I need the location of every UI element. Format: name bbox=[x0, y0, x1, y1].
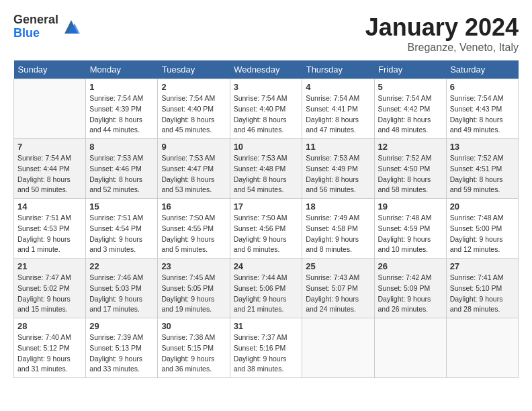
calendar-cell: 17Sunrise: 7:50 AM Sunset: 4:56 PM Dayli… bbox=[230, 199, 302, 259]
day-number: 31 bbox=[234, 321, 299, 331]
title-block: January 2024 Breganze, Veneto, Italy bbox=[365, 13, 519, 54]
week-row-5: 28Sunrise: 7:40 AM Sunset: 5:12 PM Dayli… bbox=[14, 318, 519, 378]
calendar-cell: 28Sunrise: 7:40 AM Sunset: 5:12 PM Dayli… bbox=[14, 318, 86, 378]
calendar-cell: 3Sunrise: 7:54 AM Sunset: 4:40 PM Daylig… bbox=[230, 79, 302, 139]
calendar-cell: 23Sunrise: 7:45 AM Sunset: 5:05 PM Dayli… bbox=[158, 259, 230, 318]
day-number: 12 bbox=[378, 142, 443, 152]
day-number: 9 bbox=[161, 142, 226, 152]
calendar-cell: 5Sunrise: 7:54 AM Sunset: 4:42 PM Daylig… bbox=[374, 79, 446, 139]
calendar-cell: 27Sunrise: 7:41 AM Sunset: 5:10 PM Dayli… bbox=[446, 259, 518, 318]
calendar-cell: 1Sunrise: 7:54 AM Sunset: 4:39 PM Daylig… bbox=[86, 79, 158, 139]
day-info: Sunrise: 7:43 AM Sunset: 5:07 PM Dayligh… bbox=[306, 273, 370, 315]
day-number: 25 bbox=[306, 261, 370, 271]
day-info: Sunrise: 7:51 AM Sunset: 4:54 PM Dayligh… bbox=[89, 213, 154, 255]
calendar-cell: 20Sunrise: 7:48 AM Sunset: 5:00 PM Dayli… bbox=[446, 199, 518, 259]
day-number: 27 bbox=[450, 261, 515, 271]
column-header-monday: Monday bbox=[86, 60, 158, 79]
calendar-cell: 12Sunrise: 7:52 AM Sunset: 4:50 PM Dayli… bbox=[374, 139, 446, 199]
page-header: General Blue January 2024 Breganze, Vene… bbox=[13, 13, 519, 54]
column-header-friday: Friday bbox=[374, 60, 446, 79]
day-info: Sunrise: 7:42 AM Sunset: 5:09 PM Dayligh… bbox=[378, 273, 443, 315]
day-number: 22 bbox=[89, 261, 154, 271]
calendar-cell: 11Sunrise: 7:53 AM Sunset: 4:49 PM Dayli… bbox=[302, 139, 374, 199]
day-info: Sunrise: 7:54 AM Sunset: 4:41 PM Dayligh… bbox=[306, 93, 370, 136]
calendar-cell bbox=[446, 318, 518, 378]
day-number: 23 bbox=[161, 261, 226, 271]
calendar-cell: 7Sunrise: 7:54 AM Sunset: 4:44 PM Daylig… bbox=[14, 139, 86, 199]
day-info: Sunrise: 7:54 AM Sunset: 4:42 PM Dayligh… bbox=[378, 93, 443, 136]
column-header-tuesday: Tuesday bbox=[158, 60, 230, 79]
day-number: 16 bbox=[161, 201, 226, 212]
calendar-cell: 6Sunrise: 7:54 AM Sunset: 4:43 PM Daylig… bbox=[446, 79, 518, 139]
column-header-sunday: Sunday bbox=[14, 60, 86, 79]
day-number: 20 bbox=[450, 201, 515, 212]
calendar-cell: 21Sunrise: 7:47 AM Sunset: 5:02 PM Dayli… bbox=[14, 259, 86, 318]
day-info: Sunrise: 7:48 AM Sunset: 5:00 PM Dayligh… bbox=[450, 213, 515, 255]
day-number: 2 bbox=[161, 82, 226, 92]
day-number: 19 bbox=[378, 201, 443, 212]
logo: General Blue bbox=[13, 13, 81, 40]
day-info: Sunrise: 7:48 AM Sunset: 4:59 PM Dayligh… bbox=[378, 213, 443, 255]
column-header-thursday: Thursday bbox=[302, 60, 374, 79]
day-info: Sunrise: 7:52 AM Sunset: 4:51 PM Dayligh… bbox=[450, 153, 515, 195]
day-number: 15 bbox=[89, 201, 154, 212]
day-info: Sunrise: 7:52 AM Sunset: 4:50 PM Dayligh… bbox=[378, 153, 443, 195]
week-row-3: 14Sunrise: 7:51 AM Sunset: 4:53 PM Dayli… bbox=[14, 199, 519, 259]
day-number: 14 bbox=[17, 201, 82, 212]
calendar-cell: 13Sunrise: 7:52 AM Sunset: 4:51 PM Dayli… bbox=[446, 139, 518, 199]
day-number: 30 bbox=[161, 321, 226, 331]
calendar-cell: 18Sunrise: 7:49 AM Sunset: 4:58 PM Dayli… bbox=[302, 199, 374, 259]
day-number: 26 bbox=[378, 261, 443, 271]
day-info: Sunrise: 7:50 AM Sunset: 4:55 PM Dayligh… bbox=[161, 213, 226, 255]
day-info: Sunrise: 7:54 AM Sunset: 4:40 PM Dayligh… bbox=[234, 93, 299, 136]
logo-blue-text: Blue bbox=[13, 27, 58, 40]
header-row: SundayMondayTuesdayWednesdayThursdayFrid… bbox=[14, 60, 519, 79]
day-number: 18 bbox=[306, 201, 370, 212]
day-number: 1 bbox=[89, 82, 154, 92]
day-info: Sunrise: 7:54 AM Sunset: 4:40 PM Dayligh… bbox=[161, 93, 226, 136]
calendar-cell bbox=[302, 318, 374, 378]
calendar-cell: 9Sunrise: 7:53 AM Sunset: 4:47 PM Daylig… bbox=[158, 139, 230, 199]
day-number: 7 bbox=[17, 142, 82, 152]
day-info: Sunrise: 7:47 AM Sunset: 5:02 PM Dayligh… bbox=[17, 273, 82, 315]
day-number: 17 bbox=[234, 201, 299, 212]
calendar-cell: 2Sunrise: 7:54 AM Sunset: 4:40 PM Daylig… bbox=[158, 79, 230, 139]
calendar-cell: 15Sunrise: 7:51 AM Sunset: 4:54 PM Dayli… bbox=[86, 199, 158, 259]
calendar-cell: 25Sunrise: 7:43 AM Sunset: 5:07 PM Dayli… bbox=[302, 259, 374, 318]
week-row-4: 21Sunrise: 7:47 AM Sunset: 5:02 PM Dayli… bbox=[14, 259, 519, 318]
week-row-1: 1Sunrise: 7:54 AM Sunset: 4:39 PM Daylig… bbox=[14, 79, 519, 139]
day-number: 11 bbox=[306, 142, 370, 152]
day-info: Sunrise: 7:51 AM Sunset: 4:53 PM Dayligh… bbox=[17, 213, 82, 255]
month-year: January 2024 bbox=[365, 13, 519, 42]
day-info: Sunrise: 7:53 AM Sunset: 4:47 PM Dayligh… bbox=[161, 153, 226, 195]
calendar-table: SundayMondayTuesdayWednesdayThursdayFrid… bbox=[13, 60, 519, 378]
day-number: 29 bbox=[89, 321, 154, 331]
day-number: 24 bbox=[234, 261, 299, 271]
day-info: Sunrise: 7:53 AM Sunset: 4:46 PM Dayligh… bbox=[89, 153, 154, 195]
day-info: Sunrise: 7:46 AM Sunset: 5:03 PM Dayligh… bbox=[89, 273, 154, 315]
day-info: Sunrise: 7:41 AM Sunset: 5:10 PM Dayligh… bbox=[450, 273, 515, 315]
calendar-cell: 30Sunrise: 7:38 AM Sunset: 5:15 PM Dayli… bbox=[158, 318, 230, 378]
column-header-saturday: Saturday bbox=[446, 60, 518, 79]
day-info: Sunrise: 7:54 AM Sunset: 4:44 PM Dayligh… bbox=[17, 153, 82, 195]
day-info: Sunrise: 7:50 AM Sunset: 4:56 PM Dayligh… bbox=[234, 213, 299, 255]
day-info: Sunrise: 7:53 AM Sunset: 4:49 PM Dayligh… bbox=[306, 153, 370, 195]
day-number: 5 bbox=[378, 82, 443, 92]
calendar-cell: 19Sunrise: 7:48 AM Sunset: 4:59 PM Dayli… bbox=[374, 199, 446, 259]
day-info: Sunrise: 7:44 AM Sunset: 5:06 PM Dayligh… bbox=[234, 273, 299, 315]
day-info: Sunrise: 7:38 AM Sunset: 5:15 PM Dayligh… bbox=[161, 332, 226, 375]
column-header-wednesday: Wednesday bbox=[230, 60, 302, 79]
calendar-cell: 16Sunrise: 7:50 AM Sunset: 4:55 PM Dayli… bbox=[158, 199, 230, 259]
logo-icon bbox=[61, 17, 81, 37]
calendar-cell: 22Sunrise: 7:46 AM Sunset: 5:03 PM Dayli… bbox=[86, 259, 158, 318]
day-number: 8 bbox=[89, 142, 154, 152]
calendar-cell: 29Sunrise: 7:39 AM Sunset: 5:13 PM Dayli… bbox=[86, 318, 158, 378]
calendar-cell bbox=[374, 318, 446, 378]
location: Breganze, Veneto, Italy bbox=[365, 42, 519, 54]
calendar-cell: 10Sunrise: 7:53 AM Sunset: 4:48 PM Dayli… bbox=[230, 139, 302, 199]
logo-general-text: General bbox=[13, 13, 58, 27]
day-number: 13 bbox=[450, 142, 515, 152]
day-info: Sunrise: 7:49 AM Sunset: 4:58 PM Dayligh… bbox=[306, 213, 370, 255]
calendar-cell: 14Sunrise: 7:51 AM Sunset: 4:53 PM Dayli… bbox=[14, 199, 86, 259]
day-info: Sunrise: 7:54 AM Sunset: 4:43 PM Dayligh… bbox=[450, 93, 515, 136]
